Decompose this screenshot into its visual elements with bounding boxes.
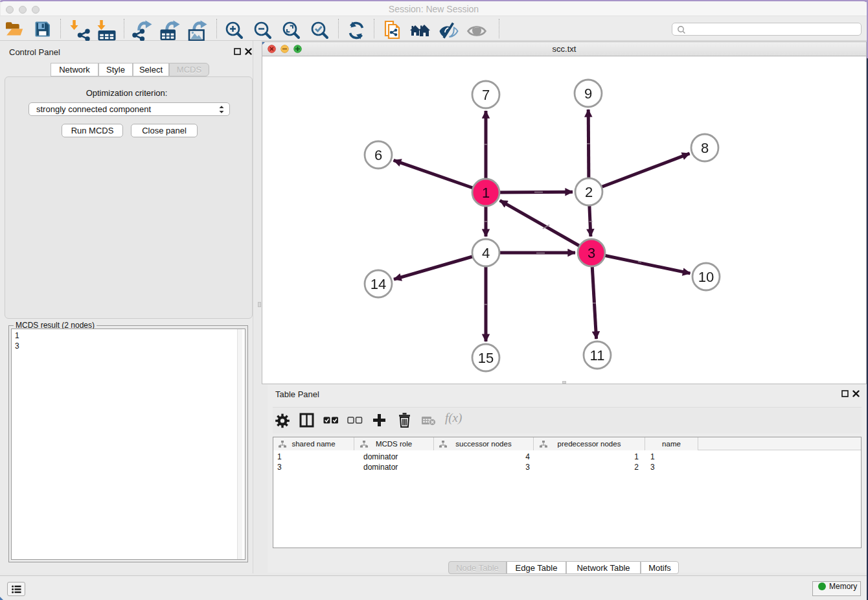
svg-text:3: 3: [588, 245, 595, 261]
svg-text:10: 10: [698, 269, 714, 285]
svg-text:2: 2: [585, 184, 593, 200]
svg-text:11: 11: [590, 347, 605, 363]
svg-text:6: 6: [374, 147, 382, 163]
svg-text:4: 4: [482, 245, 490, 261]
svg-text:8: 8: [701, 140, 709, 156]
svg-text:15: 15: [478, 350, 494, 366]
svg-text:1: 1: [482, 185, 490, 201]
svg-text:9: 9: [584, 86, 592, 102]
svg-text:7: 7: [482, 87, 490, 103]
svg-text:14: 14: [371, 276, 386, 292]
